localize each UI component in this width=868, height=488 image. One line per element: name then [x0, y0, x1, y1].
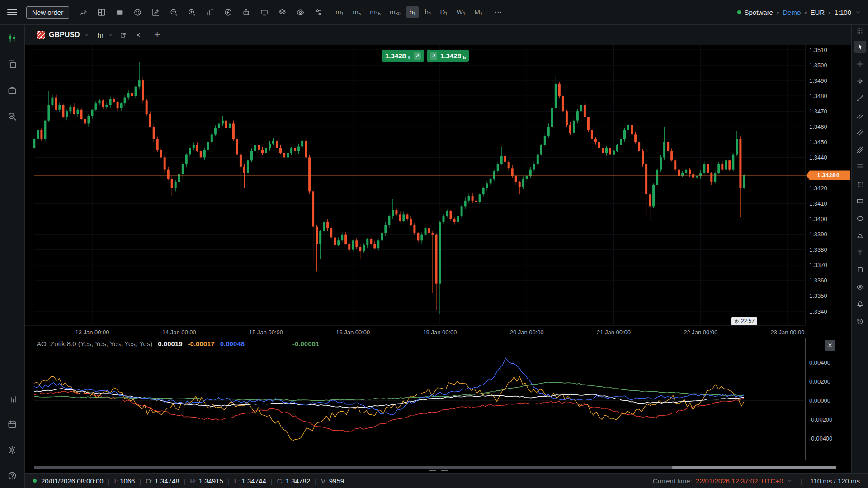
- timezone-dropdown-icon[interactable]: [787, 478, 792, 483]
- calendar-icon: [7, 419, 17, 429]
- arrow-up-right-icon: [431, 53, 436, 58]
- new-order-button[interactable]: New order: [26, 6, 69, 19]
- candle-low: 1.34744: [242, 477, 266, 485]
- indicator-axis-label: -0.00200: [809, 416, 832, 423]
- more-dots-icon: [494, 8, 502, 16]
- price-axis-label: 1.3380: [809, 246, 827, 253]
- tool-trend-line-button[interactable]: [854, 92, 866, 104]
- sell-button[interactable]: 1.34284: [382, 50, 424, 62]
- functions-button[interactable]: [221, 5, 235, 19]
- timeframe-dropdown-icon[interactable]: [108, 32, 113, 38]
- account-dropdown-icon[interactable]: [855, 9, 861, 15]
- horizontal-scrollbar[interactable]: [34, 466, 836, 469]
- tool-pitchfork-button[interactable]: [854, 144, 866, 156]
- indicator-close-button[interactable]: [825, 340, 835, 351]
- close-tab-icon[interactable]: [132, 29, 143, 40]
- price-axis-label: 1.3450: [809, 139, 827, 145]
- tool-equidistant-channel-button[interactable]: [854, 127, 866, 139]
- snapshot-button[interactable]: [113, 5, 126, 19]
- timeframe-W1[interactable]: W1: [453, 6, 469, 18]
- cursor-icon: [856, 43, 864, 51]
- tool-ellipse-button[interactable]: [854, 212, 866, 225]
- toolbar-drag-handle-icon[interactable]: [855, 27, 864, 36]
- chart-options-button[interactable]: [311, 5, 325, 19]
- palette-button[interactable]: [131, 5, 144, 19]
- sidebar-search-button[interactable]: [5, 109, 20, 124]
- indicator-value: -0.00017: [188, 340, 215, 347]
- tool-alert-bell-button[interactable]: [854, 298, 866, 310]
- zoom-in-button[interactable]: [185, 5, 198, 19]
- tool-dots-grid-button[interactable]: [854, 178, 866, 190]
- account-mode-link[interactable]: Demo: [783, 9, 801, 16]
- scrollbar-thumb[interactable]: [672, 466, 836, 469]
- candle-open: 1.34748: [155, 477, 179, 485]
- algo-bot-button[interactable]: [239, 5, 253, 19]
- add-chart-button[interactable]: +: [154, 29, 160, 41]
- tool-crosshair-target-button[interactable]: [854, 75, 866, 87]
- symbol-dropdown-icon[interactable]: [84, 32, 90, 38]
- sidebar-trade-charts-button[interactable]: [5, 30, 20, 46]
- timeframe-m5[interactable]: m5: [349, 6, 364, 18]
- indicator-axis-label: -0.00400: [809, 435, 832, 442]
- timeframe-m1[interactable]: m1: [332, 6, 347, 18]
- indicator-lines: [34, 358, 744, 441]
- popout-icon: [120, 32, 127, 38]
- sidebar-analytics-button[interactable]: [5, 391, 20, 406]
- timeframe-D1[interactable]: D1: [437, 6, 450, 18]
- account-leverage: 1:100: [834, 9, 851, 16]
- rectangle-icon: [856, 197, 864, 205]
- more-options-button[interactable]: [491, 5, 505, 19]
- history-icon: [856, 318, 864, 325]
- algo-device-button[interactable]: [257, 5, 271, 19]
- trend-line-icon: [856, 94, 864, 102]
- indicators-button[interactable]: [203, 5, 217, 19]
- timeframe-M1[interactable]: M1: [472, 6, 486, 18]
- dots-grid-icon: [856, 180, 864, 188]
- tool-text-button[interactable]: [854, 247, 866, 259]
- tab-timeframe[interactable]: h1: [97, 31, 104, 39]
- timeframe-m15[interactable]: m15: [367, 6, 384, 18]
- tool-cursor-button[interactable]: [854, 41, 866, 53]
- sidebar-products-button[interactable]: [5, 83, 20, 98]
- crosshair-target-icon: [856, 77, 864, 85]
- text-icon: [856, 249, 864, 257]
- tool-shape-button[interactable]: [854, 264, 866, 276]
- price-axis-label: 1.3460: [809, 123, 827, 130]
- chart-type-button[interactable]: [76, 5, 90, 19]
- sidebar-settings-button[interactable]: [5, 442, 20, 458]
- price-axis-label: 1.3370: [809, 262, 827, 268]
- symbol-logo-icon: [37, 31, 45, 39]
- visibility-button[interactable]: [293, 5, 307, 19]
- tool-fibonacci-button[interactable]: [854, 161, 866, 173]
- menu-icon[interactable]: [7, 9, 17, 15]
- timeframe-m30[interactable]: m30: [387, 6, 404, 18]
- tool-crosshair-button[interactable]: [854, 58, 866, 70]
- sidebar-copy-trading-button[interactable]: [5, 56, 20, 72]
- detach-chart-icon[interactable]: [118, 29, 128, 40]
- sidebar-help-button[interactable]: [5, 468, 20, 483]
- chart-area: 1.35101.35001.34901.34801.34701.34601.34…: [25, 45, 851, 473]
- tool-parallel-rays-button[interactable]: [854, 109, 866, 122]
- buy-button[interactable]: 1.34285: [427, 50, 469, 62]
- indicator-axis-label: 0.00000: [809, 397, 830, 404]
- candle-index: 1066: [120, 477, 135, 485]
- current-price-label: 1.34284: [806, 170, 850, 180]
- tool-history-button[interactable]: [854, 315, 866, 328]
- tool-preview-eye-button[interactable]: [854, 281, 866, 293]
- chevron-down-icon: [108, 32, 113, 38]
- chart-draw-button[interactable]: [149, 5, 162, 19]
- multi-window-button[interactable]: [94, 5, 108, 19]
- time-axis-label: 16 Jan 00:00: [336, 329, 370, 336]
- tab-gbpusd[interactable]: GBPUSD h1: [32, 25, 148, 45]
- tool-rectangle-button[interactable]: [854, 195, 866, 207]
- sidebar-calendar-button[interactable]: [5, 417, 20, 432]
- price-chart-canvas[interactable]: 1.35101.35001.34901.34801.34701.34601.34…: [25, 45, 851, 473]
- timeframe-selector: m1m5m15m30h1h4D1W1M1: [332, 6, 486, 18]
- tool-triangle-button[interactable]: [854, 230, 866, 242]
- indicator-line-fast-blue: [34, 358, 744, 415]
- objects-button[interactable]: [275, 5, 289, 19]
- timeframe-h4[interactable]: h4: [421, 6, 434, 18]
- zoom-out-button[interactable]: [167, 5, 180, 19]
- price-axis-label: 1.3400: [809, 216, 827, 222]
- timeframe-h1[interactable]: h1: [406, 6, 419, 18]
